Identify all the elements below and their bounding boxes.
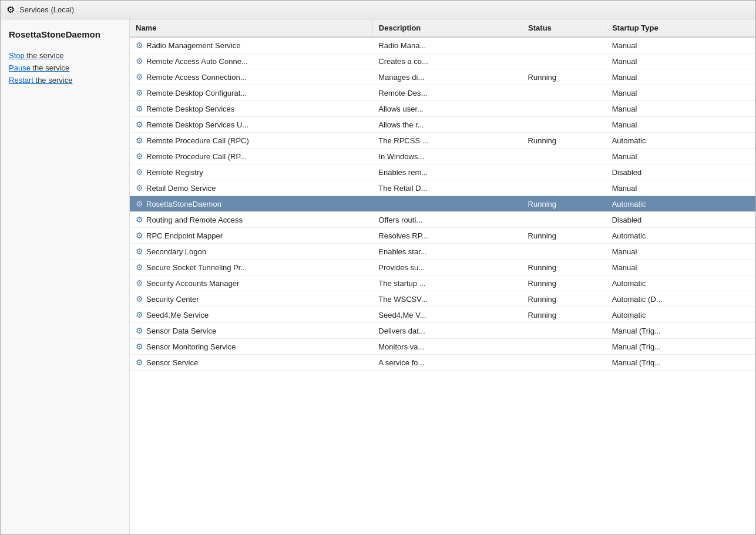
service-description-cell [372, 196, 522, 212]
service-name-cell: ⚙Remote Registry [130, 164, 372, 180]
service-status-cell [522, 244, 606, 260]
service-name-cell: ⚙Remote Desktop Services U... [130, 117, 372, 133]
table-row[interactable]: ⚙Remote Access Connection...Manages di..… [130, 69, 755, 85]
service-name-text: Remote Procedure Call (RPC) [146, 136, 249, 145]
service-name-text: Sensor Data Service [146, 327, 216, 335]
service-status-cell [522, 180, 606, 196]
service-gear-icon: ⚙ [136, 120, 143, 129]
service-status-cell: Running [522, 260, 606, 275]
service-name-text: Sensor Service [146, 358, 198, 367]
col-header-status[interactable]: Status [522, 19, 606, 37]
action-link-pause[interactable]: Pause the service [9, 63, 121, 72]
table-row[interactable]: ⚙Sensor Data ServiceDelivers dat...Manua… [130, 323, 755, 339]
table-row[interactable]: ⚙Security Accounts ManagerThe startup ..… [130, 275, 755, 291]
service-status-cell [522, 212, 606, 228]
service-name-cell: ⚙Security Accounts Manager [130, 275, 372, 291]
service-gear-icon: ⚙ [136, 326, 143, 335]
service-startup-cell: Manual [606, 244, 755, 260]
table-body: ⚙Radio Management ServiceRadio Mana...Ma… [130, 37, 755, 371]
service-description-cell: A service fo... [372, 355, 522, 371]
service-status-cell: Running [522, 196, 606, 212]
table-row[interactable]: ⚙Sensor ServiceA service fo...Manual (Tr… [130, 355, 755, 371]
header-row: NameDescriptionStatusStartup Type [130, 19, 755, 37]
service-status-cell [522, 339, 606, 355]
service-name-cell: ⚙Remote Procedure Call (RP... [130, 149, 372, 164]
service-description-cell: Provides su... [372, 260, 522, 275]
service-gear-icon: ⚙ [136, 294, 143, 304]
table-row[interactable]: ⚙Secure Socket Tunneling Pr...Provides s… [130, 260, 755, 275]
service-name-cell: ⚙Secondary Logon [130, 244, 372, 260]
table-row[interactable]: ⚙Remote Procedure Call (RP...In Windows.… [130, 149, 755, 164]
table-row[interactable]: ⚙Secondary LogonEnables star...Manual [130, 244, 755, 260]
table-row[interactable]: ⚙RPC Endpoint MapperResolves RP...Runnin… [130, 228, 755, 244]
service-name-cell: ⚙Remote Desktop Services [130, 101, 372, 117]
service-startup-cell: Manual [606, 260, 755, 275]
service-startup-cell: Automatic [606, 196, 755, 212]
table-row[interactable]: ⚙Seed4.Me ServiceSeed4.Me V...RunningAut… [130, 307, 755, 323]
table-row[interactable]: ⚙Remote Desktop Services U...Allows the … [130, 117, 755, 133]
service-name-cell: ⚙Secure Socket Tunneling Pr... [130, 260, 372, 275]
service-name-cell: ⚙Sensor Data Service [130, 323, 372, 339]
service-gear-icon: ⚙ [136, 358, 143, 367]
service-name-cell: ⚙RPC Endpoint Mapper [130, 228, 372, 244]
service-name-cell: ⚙Routing and Remote Access [130, 212, 372, 228]
service-startup-cell: Manual (Trig... [606, 323, 755, 339]
service-description-cell: The RPCSS ... [372, 133, 522, 149]
services-list-panel[interactable]: NameDescriptionStatusStartup Type ⚙Radio… [130, 19, 755, 534]
table-row[interactable]: ⚙RosettaStoneDaemonRunningAutomatic [130, 196, 755, 212]
service-startup-cell: Disabled [606, 164, 755, 180]
service-status-cell: Running [522, 228, 606, 244]
service-startup-cell: Manual [606, 101, 755, 117]
service-status-cell: Running [522, 133, 606, 149]
service-name-cell: ⚙Seed4.Me Service [130, 307, 372, 323]
service-description-cell: Seed4.Me V... [372, 307, 522, 323]
service-gear-icon: ⚙ [136, 41, 143, 50]
service-description-cell: The Retail D... [372, 180, 522, 196]
table-row[interactable]: ⚙Remote RegistryEnables rem...Disabled [130, 164, 755, 180]
service-name-cell: ⚙Retail Demo Service [130, 180, 372, 196]
table-row[interactable]: ⚙Routing and Remote AccessOffers routi..… [130, 212, 755, 228]
col-header-startup-type[interactable]: Startup Type [606, 19, 755, 37]
table-row[interactable]: ⚙Radio Management ServiceRadio Mana...Ma… [130, 37, 755, 53]
service-name-text: Radio Management Service [146, 41, 240, 50]
service-gear-icon: ⚙ [136, 278, 143, 288]
table-row[interactable]: ⚙Remote Procedure Call (RPC)The RPCSS ..… [130, 133, 755, 149]
table-row[interactable]: ⚙Remote Desktop Configurat...Remote Des.… [130, 85, 755, 101]
service-description-cell: Allows the r... [372, 117, 522, 133]
service-description-cell: Enables star... [372, 244, 522, 260]
service-gear-icon: ⚙ [136, 183, 143, 193]
service-description-cell: Manages di... [372, 69, 522, 85]
service-name-cell: ⚙Sensor Monitoring Service [130, 339, 372, 355]
service-description-cell: Monitors va... [372, 339, 522, 355]
service-startup-cell: Manual [606, 117, 755, 133]
service-name-text: Routing and Remote Access [146, 216, 243, 224]
service-description-cell: Creates a co... [372, 53, 522, 69]
services-window: ⚙ Services (Local) RosettaStoneDaemon St… [0, 0, 756, 535]
service-gear-icon: ⚙ [136, 72, 143, 82]
col-header-name[interactable]: Name [130, 19, 372, 37]
service-startup-cell: Automatic [606, 228, 755, 244]
table-row[interactable]: ⚙Retail Demo ServiceThe Retail D...Manua… [130, 180, 755, 196]
left-panel: RosettaStoneDaemon Stop the servicePause… [1, 19, 130, 534]
table-row[interactable]: ⚙Security CenterThe WSCSV...RunningAutom… [130, 291, 755, 307]
service-startup-cell: Automatic [606, 307, 755, 323]
table-row[interactable]: ⚙Sensor Monitoring ServiceMonitors va...… [130, 339, 755, 355]
service-name-text: RPC Endpoint Mapper [146, 231, 223, 240]
service-status-cell [522, 323, 606, 339]
service-startup-cell: Manual [606, 149, 755, 164]
col-header-description[interactable]: Description [372, 19, 522, 37]
service-startup-cell: Manual [606, 85, 755, 101]
service-description-cell: Allows user... [372, 101, 522, 117]
action-link-restart[interactable]: Restart the service [9, 76, 121, 85]
service-description-cell: Offers routi... [372, 212, 522, 228]
window-icon: ⚙ [6, 4, 15, 15]
service-name-cell: ⚙RosettaStoneDaemon [130, 196, 372, 212]
table-row[interactable]: ⚙Remote Desktop ServicesAllows user...Ma… [130, 101, 755, 117]
service-status-cell [522, 164, 606, 180]
service-gear-icon: ⚙ [136, 152, 143, 161]
service-gear-icon: ⚙ [136, 88, 143, 97]
service-name-text: Security Accounts Manager [146, 279, 239, 288]
service-status-cell: Running [522, 291, 606, 307]
table-row[interactable]: ⚙Remote Access Auto Conne...Creates a co… [130, 53, 755, 69]
action-link-stop[interactable]: Stop the service [9, 51, 121, 60]
